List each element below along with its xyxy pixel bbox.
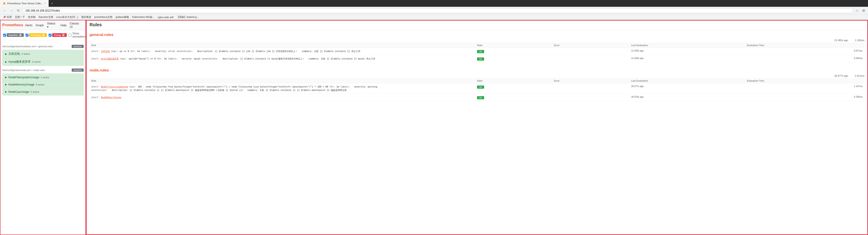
bookmark-linux[interactable]: Linux命令大全[字...]	[55, 15, 80, 19]
th-eval-time: Evaluation Time	[747, 44, 863, 47]
right-panel: Rules general.rules 21.482s ago 1.183ms	[86, 20, 868, 235]
tab-close-btn[interactable]: ×	[44, 2, 46, 5]
rule-state-memory: OK	[477, 96, 554, 99]
inactive-filter[interactable]: Inactive 5	[3, 33, 24, 37]
bookmark-prom-docs[interactable]: prometheus文档	[93, 15, 114, 19]
nav-status[interactable]: Status ▾	[46, 21, 59, 29]
left-panel: Prometheus Alerts Graph Status ▾ Help Cl…	[0, 20, 86, 235]
ok-badge-filesystem: OK	[477, 86, 484, 89]
tab-label: Prometheus Time Series Colle...	[7, 2, 43, 5]
section-1-header: /etc/config/rules/hostdown.yml > general…	[2, 44, 84, 49]
bookmark-apps[interactable]: 📌 应用	[2, 15, 13, 19]
bookmark-rancher[interactable]: Rancher文档	[37, 15, 54, 19]
page-wrapper: 🔥 Prometheus Time Series Colle... × + ← …	[0, 0, 868, 235]
th-rule: Rule	[91, 44, 477, 47]
inactive-badge: Inactive 5	[7, 33, 24, 37]
firing-checkbox[interactable]	[49, 34, 52, 37]
general-last-eval: 21.482s ago	[834, 39, 848, 41]
inactive-checkbox[interactable]	[3, 34, 6, 37]
rule-name-hostdown: 主机宕机	[8, 52, 20, 56]
ok-badge-hostdown: OK	[477, 50, 484, 53]
rule-active-filesystem: 0 active	[41, 76, 49, 79]
ok-badge-memory: OK	[477, 96, 484, 99]
chevron-icon: ▶	[5, 53, 7, 55]
address-bar[interactable]	[22, 8, 853, 13]
rule-name-memory: NodeMemoryUsage	[8, 83, 35, 86]
section-2-badge: inactive	[72, 68, 84, 72]
rule-eval-time-memory: 0.785ms	[747, 96, 863, 98]
bookmark-tech[interactable]: 技术栈	[27, 15, 37, 19]
browser-tab-bar: 🔥 Prometheus Time Series Colle... × +	[0, 0, 868, 7]
back-button[interactable]: ←	[2, 8, 7, 13]
firing-filter[interactable]: Firing 0	[49, 33, 67, 37]
reload-button[interactable]: ↻	[16, 8, 21, 13]
general-table-header: Rule State Error Last Evaluation Evaluat…	[90, 43, 864, 48]
section-1-badge: inactive	[72, 45, 84, 48]
section-1-rules: ▶ 主机宕机 0 active ▶ mysql服务器异常 0 active	[2, 50, 84, 66]
rule-detail-filesystem: alert: NodeFilessystemUsage expr: 100 - …	[90, 83, 864, 94]
rules-title: Rules	[90, 22, 864, 27]
rule-item-hostdown[interactable]: ▶ 主机宕机 0 active	[2, 50, 84, 58]
forward-button[interactable]: →	[9, 8, 14, 13]
rule-code-memory: alert: NodeMemoryUsage	[91, 96, 477, 99]
rule-last-eval-memory: 26.976s ago	[631, 96, 747, 98]
node-rules-section: node.rules 26.977s ago 2.411ms Rule Stat…	[86, 65, 868, 104]
pending-filter[interactable]: Pending 0	[26, 33, 47, 37]
nav-graph[interactable]: Graph	[34, 23, 45, 27]
extensions-button[interactable]: ⚙	[861, 8, 866, 13]
bookmark-grafana[interactable]: grafana模板	[115, 15, 130, 19]
rule-item-filesystem[interactable]: ▶ NodeFilessystemUsage 0 active	[2, 74, 84, 81]
rule-detail-memory: alert: NodeMemoryUsage OK 26.976s ago 0.…	[90, 94, 864, 101]
node-table-header: Rule State Error Last Evaluation Evaluat…	[90, 79, 864, 83]
ok-badge-mysql: OK	[477, 57, 484, 61]
annotations-label: Show annotations	[72, 32, 86, 38]
pending-count: 0	[41, 34, 45, 36]
bookmark-baidu[interactable]: 百度一下	[14, 15, 26, 19]
bookmark-nginx[interactable]: nginx web soft	[156, 16, 175, 19]
rules-detail-scroll: general.rules 21.482s ago 1.183ms Rule S…	[86, 30, 868, 235]
rule-detail-hostdown: alert: 主机宕机 expr: up == 0 for: 1m labels…	[90, 48, 864, 55]
node-th-error: Error	[554, 80, 631, 82]
nav-classic[interactable]: Classic UI	[68, 21, 84, 29]
rule-eval-time-hostdown: 0.871ms	[747, 50, 863, 52]
section-2-header: /etc/config/rules/node.yml > node.rules …	[2, 68, 84, 72]
new-tab-button[interactable]: +	[49, 0, 55, 7]
node-rules-title: node.rules	[90, 68, 864, 72]
section-1-path: /etc/config/rules/hostdown.yml > general…	[2, 45, 53, 48]
chevron-icon-mysql: ▶	[5, 61, 7, 63]
rule-item-memory[interactable]: ▶ NodeMemoryUsage 0 active	[2, 81, 84, 88]
firing-badge: Firing 0	[52, 33, 67, 37]
rule-item-mysql[interactable]: ▶ mysql服务器异常 0 active	[2, 58, 84, 66]
firing-count: 0	[62, 34, 65, 36]
active-tab[interactable]: 🔥 Prometheus Time Series Colle... ×	[0, 0, 49, 7]
pending-checkbox[interactable]	[26, 34, 29, 37]
bookmark-button[interactable]: ☆	[855, 8, 860, 13]
rule-state-filesystem: OK	[477, 85, 554, 89]
chevron-icon-fs: ▶	[5, 76, 7, 79]
rule-item-cpu[interactable]: ▶ NodeCpuUsage 0 active	[2, 88, 84, 95]
bookmark-kubectl[interactable]: 【原版】kubectl g...	[176, 15, 200, 19]
nav-help[interactable]: Help	[59, 23, 68, 27]
node-th-eval-time: Evaluation Time	[747, 80, 863, 82]
bookmark-project[interactable]: 项目推进	[80, 15, 92, 19]
rule-eval-time-filesystem: 1.147ms	[747, 85, 863, 88]
show-annotations-toggle[interactable]: Show annotations	[68, 32, 86, 38]
rule-last-eval-hostdown: 21.483s ago	[631, 50, 747, 52]
th-last-eval: Last Evaluation	[631, 44, 747, 47]
rule-active-cpu: 0 active	[31, 90, 39, 93]
annotations-checkbox[interactable]	[68, 34, 71, 37]
url-bar: ← → ↻ ☆ ⚙	[0, 7, 868, 14]
chevron-icon-cpu: ▶	[5, 90, 7, 93]
rule-state-hostdown: OK	[477, 50, 554, 53]
rule-last-eval-mysql: 21.483s ago	[631, 57, 747, 59]
rule-active-hostdown: 0 active	[22, 53, 30, 55]
prom-logo: Prometheus	[2, 23, 23, 27]
node-th-state: State	[477, 80, 554, 82]
nav-alerts[interactable]: Alerts	[24, 23, 34, 27]
node-th-rule: Rule	[91, 80, 477, 82]
tab-favicon: 🔥	[3, 2, 6, 5]
node-eval-time: 2.411ms	[855, 75, 864, 77]
bookmark-k8s[interactable]: Kubernetes K8s架...	[131, 15, 156, 19]
node-stats: 26.977s ago 2.411ms	[90, 75, 864, 77]
rule-state-mysql: OK	[477, 57, 554, 61]
